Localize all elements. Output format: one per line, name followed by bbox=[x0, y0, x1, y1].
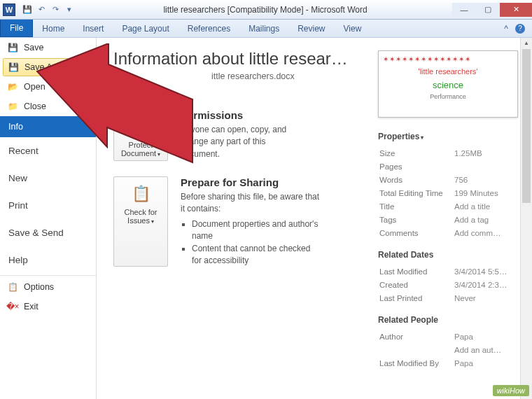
sidebar-label: Print bbox=[8, 200, 28, 211]
related-dates-heading: Related Dates bbox=[378, 250, 524, 260]
redo-icon[interactable]: ↷ bbox=[50, 5, 60, 15]
sidebar-label: Save As bbox=[24, 62, 57, 72]
prop-row: Total Editing Time199 Minutes bbox=[379, 187, 522, 199]
undo-icon[interactable]: ↶ bbox=[36, 5, 46, 15]
permissions-heading: Permissions bbox=[181, 109, 307, 121]
tab-file[interactable]: File bbox=[0, 20, 33, 37]
button-label: Protect Document bbox=[121, 141, 156, 158]
properties-panel: ✶✶✶✶✶✶✶✶✶✶✶✶✶✶ 'little researchers' scie… bbox=[371, 38, 532, 399]
prop-row: TitleAdd a title bbox=[379, 200, 522, 212]
people-table: AuthorPapa Add an aut… Last Modified ByP… bbox=[378, 329, 524, 370]
tab-references[interactable]: References bbox=[178, 20, 239, 37]
checklist-icon: 📋 bbox=[128, 183, 153, 205]
prop-row: Size1.25MB bbox=[379, 147, 522, 159]
info-panel: Information about little resear… ittle r… bbox=[97, 38, 371, 399]
close-doc-icon: 📁 bbox=[7, 101, 18, 112]
tab-review[interactable]: Review bbox=[288, 20, 334, 37]
sidebar-save-as[interactable]: 💾Save As bbox=[3, 58, 93, 76]
sidebar-label: Close bbox=[24, 102, 46, 111]
thumb-title: 'little researchers' bbox=[383, 67, 513, 76]
minimize-ribbon-icon[interactable]: ^ bbox=[504, 24, 508, 34]
sidebar-exit[interactable]: �×Exit bbox=[0, 297, 96, 316]
tab-view[interactable]: View bbox=[335, 20, 371, 37]
tab-page-layout[interactable]: Page Layout bbox=[113, 20, 178, 37]
sidebar-label: Recent bbox=[8, 146, 38, 156]
vertical-scrollbar[interactable]: ▲ ▼ bbox=[520, 38, 532, 399]
protect-document-button[interactable]: 🔐 Protect Document▾ bbox=[113, 109, 168, 161]
thumb-subtitle: science bbox=[383, 80, 513, 90]
thumb-decor: ✶✶✶✶✶✶✶✶✶✶✶✶✶✶ bbox=[383, 55, 513, 63]
sidebar-label: Info bbox=[8, 122, 23, 132]
prop-row: Last PrintedNever bbox=[379, 292, 522, 304]
sidebar-options[interactable]: 📋Options bbox=[0, 277, 96, 297]
save-disk-icon: 💾 bbox=[7, 42, 18, 53]
sidebar-label: New bbox=[8, 173, 27, 183]
prop-row: Add an aut… bbox=[379, 344, 522, 356]
sidebar-print[interactable]: Print bbox=[0, 192, 96, 219]
save-icon[interactable]: 💾 bbox=[22, 5, 32, 15]
prop-row: Pages bbox=[379, 160, 522, 172]
options-icon: 📋 bbox=[7, 281, 18, 293]
prepare-text: Before sharing this file, be aware that … bbox=[181, 191, 321, 216]
prop-row: TagsAdd a tag bbox=[379, 214, 522, 225]
sidebar-label: Exit bbox=[24, 302, 38, 312]
info-heading: Information about little resear… bbox=[113, 49, 351, 69]
dates-table: Last Modified3/4/2014 5:5… Created3/4/20… bbox=[378, 264, 524, 305]
sidebar-new[interactable]: New bbox=[0, 164, 96, 192]
quick-access-toolbar: 💾 ↶ ↷ ▾ bbox=[18, 5, 78, 15]
wikihow-watermark: wikiHow bbox=[493, 385, 529, 396]
sidebar-close[interactable]: 📁Close bbox=[0, 97, 96, 116]
sidebar-help[interactable]: Help bbox=[0, 246, 96, 274]
prop-row: AuthorPapa bbox=[379, 330, 522, 342]
prop-row: Words756 bbox=[379, 174, 522, 186]
save-as-icon: 💾 bbox=[8, 62, 19, 73]
dropdown-caret-icon: ▾ bbox=[151, 218, 154, 225]
close-window-button[interactable]: ✕ bbox=[500, 3, 532, 17]
word-app-icon: W bbox=[3, 4, 15, 16]
prop-row: Last Modified3/4/2014 5:5… bbox=[379, 265, 522, 277]
issue-item: Content that cannot be checked for acces… bbox=[192, 243, 321, 267]
open-folder-icon: 📂 bbox=[7, 81, 18, 92]
thumb-line: Performance bbox=[383, 93, 513, 100]
permissions-text: Anyone can open, copy, and change any pa… bbox=[181, 124, 307, 160]
ribbon-tabs: File Home Insert Page Layout References … bbox=[0, 20, 532, 38]
issue-item: Document properties and author's name bbox=[192, 218, 321, 243]
sidebar-info[interactable]: Info bbox=[0, 116, 96, 137]
sidebar-save-send[interactable]: Save & Send bbox=[0, 219, 96, 246]
prop-row: Last Modified ByPapa bbox=[379, 357, 522, 369]
sidebar-label: Help bbox=[8, 255, 28, 265]
prop-row: Created3/4/2014 2:3… bbox=[379, 279, 522, 290]
chevron-down-icon: ▾ bbox=[421, 134, 424, 141]
scrollbar-thumb[interactable] bbox=[522, 49, 531, 203]
document-thumbnail[interactable]: ✶✶✶✶✶✶✶✶✶✶✶✶✶✶ 'little researchers' scie… bbox=[378, 50, 518, 118]
sidebar-label: Options bbox=[24, 282, 54, 292]
dropdown-caret-icon: ▾ bbox=[158, 151, 160, 158]
properties-table: Size1.25MB Pages Words756 Total Editing … bbox=[378, 146, 524, 240]
document-path: ittle researchers.docx bbox=[113, 71, 365, 81]
sidebar-label: Save bbox=[24, 43, 44, 52]
minimize-button[interactable]: — bbox=[452, 3, 476, 17]
prop-row: CommentsAdd comm… bbox=[379, 227, 522, 239]
tab-mailings[interactable]: Mailings bbox=[239, 20, 288, 37]
related-people-heading: Related People bbox=[378, 315, 524, 325]
maximize-button[interactable]: ▢ bbox=[476, 3, 500, 17]
prepare-heading: Prepare for Sharing bbox=[181, 176, 321, 188]
sidebar-save[interactable]: 💾Save bbox=[0, 38, 96, 57]
check-issues-button[interactable]: 📋 Check for Issues▾ bbox=[113, 176, 168, 267]
sidebar-label: Open bbox=[24, 82, 46, 92]
title-bar: W 💾 ↶ ↷ ▾ little researchers [Compatibil… bbox=[0, 0, 532, 20]
exit-icon: �× bbox=[7, 301, 18, 312]
tab-home[interactable]: Home bbox=[33, 20, 74, 37]
sidebar-label: Save & Send bbox=[8, 227, 64, 238]
backstage-sidebar: 💾Save 💾Save As 📂Open 📁Close Info Recent … bbox=[0, 38, 97, 399]
qat-dropdown-icon[interactable]: ▾ bbox=[64, 5, 74, 15]
properties-heading[interactable]: Properties▾ bbox=[378, 132, 524, 141]
sidebar-recent[interactable]: Recent bbox=[0, 137, 96, 164]
sidebar-open[interactable]: 📂Open bbox=[0, 77, 96, 97]
lock-icon: 🔐 bbox=[128, 115, 153, 138]
tab-insert[interactable]: Insert bbox=[74, 20, 113, 37]
help-icon[interactable]: ? bbox=[515, 24, 525, 34]
scroll-up-icon[interactable]: ▲ bbox=[521, 38, 532, 49]
window-title: little researchers [Compatibility Mode] … bbox=[78, 5, 452, 15]
